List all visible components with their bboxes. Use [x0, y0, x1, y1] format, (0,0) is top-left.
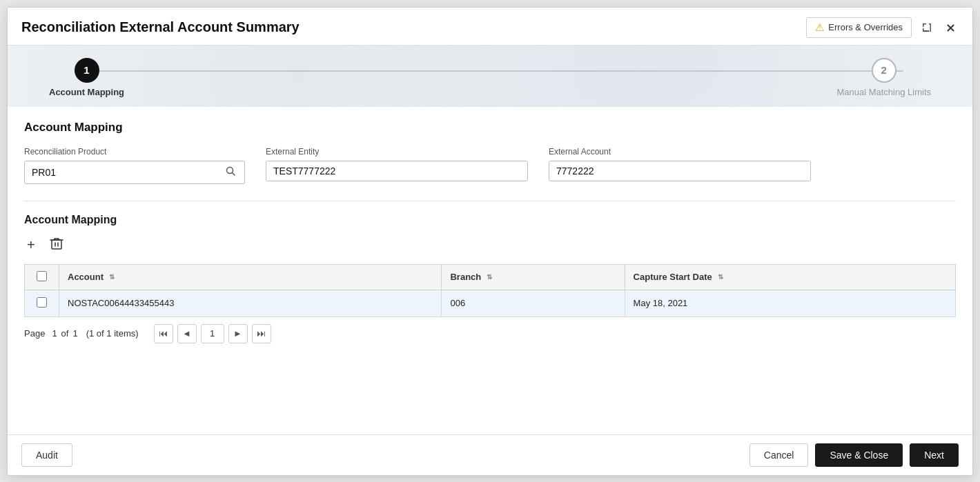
last-page-button[interactable]: ⏭ [252, 324, 271, 343]
external-entity-field: External Entity [266, 147, 528, 181]
table-toolbar: + [24, 234, 956, 256]
external-entity-input-wrapper [266, 161, 528, 181]
header-capture-date-col: Capture Start Date ⇅ [625, 264, 955, 290]
external-account-input[interactable] [556, 165, 803, 177]
stepper: 1 Account Mapping 2 Manual Matching Limi… [49, 58, 931, 97]
first-page-button[interactable]: ⏮ [154, 324, 173, 343]
step-1-label: Account Mapping [49, 87, 124, 97]
errors-button-label: Errors & Overrides [828, 22, 903, 32]
items-info: (1 of 1 items) [86, 328, 139, 339]
row-account-cell: NOSTAC00644433455443 [59, 290, 442, 317]
errors-overrides-button[interactable]: ⚠ Errors & Overrides [806, 17, 912, 38]
external-account-input-wrapper [549, 161, 811, 181]
close-button[interactable] [942, 19, 959, 36]
header-account-col: Account ⇅ [59, 264, 442, 290]
modal-container: Reconciliation External Account Summary … [7, 7, 973, 476]
save-close-button[interactable]: Save & Close [815, 443, 903, 467]
select-all-checkbox[interactable] [37, 271, 47, 281]
current-page-num: 1 [52, 328, 57, 339]
row-capture-date-cell: May 18, 2021 [625, 290, 955, 317]
svg-rect-2 [52, 240, 61, 249]
stepper-area: 1 Account Mapping 2 Manual Matching Limi… [8, 46, 972, 107]
step-2-label: Manual Matching Limits [836, 87, 931, 97]
row-branch-cell: 006 [442, 290, 625, 317]
next-button[interactable]: Next [910, 443, 959, 467]
of-label: of [61, 328, 69, 339]
capture-date-sort-icon[interactable]: ⇅ [718, 273, 723, 281]
header-branch-col: Branch ⇅ [442, 264, 625, 290]
external-account-label: External Account [549, 147, 811, 157]
cancel-button[interactable]: Cancel [749, 443, 809, 467]
prev-page-button[interactable]: ◄ [177, 324, 197, 343]
page-number-box: 1 [201, 324, 224, 343]
reconciliation-product-input[interactable] [32, 167, 224, 178]
step-1: 1 Account Mapping [49, 58, 124, 97]
step-2: 2 Manual Matching Limits [836, 58, 931, 97]
header-checkbox-col [25, 264, 59, 290]
account-mapping-table: Account ⇅ Branch ⇅ Captu [24, 264, 956, 317]
modal-footer: Audit Cancel Save & Close Next [8, 434, 972, 475]
table-row: NOSTAC00644433455443 006 May 18, 2021 [25, 290, 956, 317]
modal-content: Account Mapping Reconciliation Product E… [8, 107, 972, 434]
account-sort-icon[interactable]: ⇅ [109, 273, 115, 281]
external-entity-input[interactable] [273, 165, 520, 177]
search-button[interactable] [224, 165, 237, 179]
external-account-field: External Account [549, 147, 811, 181]
total-pages: 1 [72, 328, 77, 339]
next-page-button[interactable]: ► [228, 324, 248, 343]
row-checkbox[interactable] [37, 297, 47, 308]
reconciliation-product-field: Reconciliation Product [24, 147, 245, 184]
footer-left: Audit [21, 443, 72, 467]
audit-button[interactable]: Audit [21, 443, 72, 467]
modal-title: Reconciliation External Account Summary [21, 19, 300, 35]
step-2-circle: 2 [872, 58, 896, 83]
row-checkbox-cell [25, 290, 59, 317]
table-section: Account Mapping + [24, 214, 956, 346]
footer-right: Cancel Save & Close Next [749, 443, 959, 467]
account-mapping-heading: Account Mapping [24, 121, 956, 134]
step-1-circle: 1 [75, 58, 99, 83]
stepper-line [77, 70, 903, 72]
table-section-heading: Account Mapping [24, 214, 956, 226]
delete-row-button[interactable] [46, 234, 67, 256]
pagination-area: Page 1 of 1 (1 of 1 items) ⏮ ◄ 1 ► ⏭ [24, 317, 956, 346]
external-entity-label: External Entity [266, 147, 528, 157]
reconciliation-product-input-wrapper [24, 161, 245, 184]
form-row: Reconciliation Product External Entity [24, 147, 956, 184]
expand-button[interactable] [919, 19, 935, 36]
branch-sort-icon[interactable]: ⇅ [487, 273, 492, 281]
table-header-row: Account ⇅ Branch ⇅ Captu [25, 264, 956, 290]
svg-line-1 [233, 172, 235, 175]
section-divider [24, 201, 956, 201]
header-actions: ⚠ Errors & Overrides [806, 17, 959, 38]
page-label: Page [24, 328, 45, 339]
add-row-button[interactable]: + [24, 234, 38, 256]
modal-header: Reconciliation External Account Summary … [8, 8, 972, 46]
warning-icon: ⚠ [815, 21, 824, 34]
reconciliation-product-label: Reconciliation Product [24, 147, 245, 157]
